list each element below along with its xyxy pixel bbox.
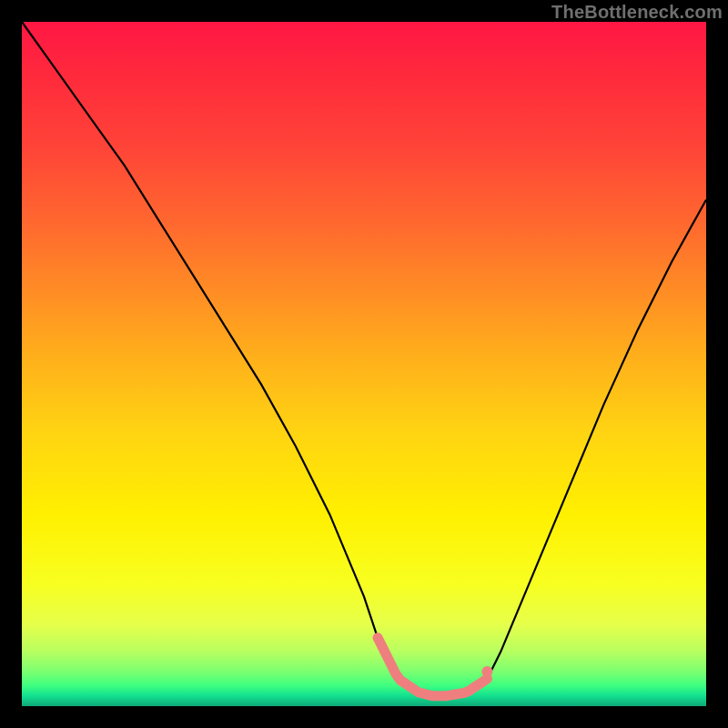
bottleneck-curve: [22, 22, 706, 696]
highlight-segment: [378, 638, 487, 696]
highlight-markers: [378, 638, 492, 696]
curve-svg: [22, 22, 706, 706]
highlight-dot: [481, 666, 492, 677]
watermark-text: TheBottleneck.com: [551, 2, 723, 23]
chart-frame: TheBottleneck.com: [0, 0, 728, 728]
plot-area: [22, 22, 706, 706]
